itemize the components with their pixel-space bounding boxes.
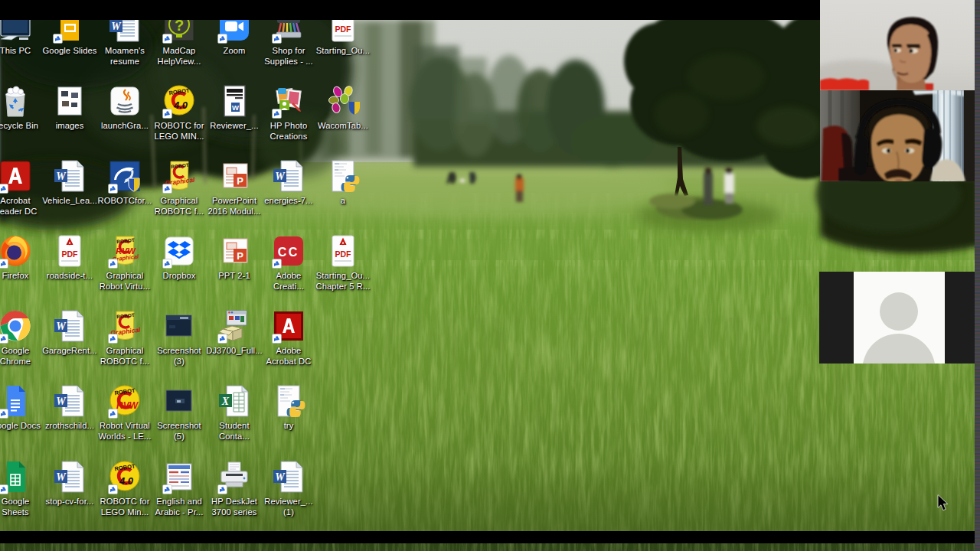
svg-text:W: W (111, 21, 122, 32)
svg-text:W: W (275, 471, 286, 483)
svg-text:4.0: 4.0 (119, 475, 134, 487)
svg-text:C: C (278, 246, 287, 259)
svg-text:W: W (56, 321, 67, 332)
svg-text:PDF: PDF (62, 249, 79, 259)
svg-text:X: X (221, 396, 230, 407)
svg-text:4.0: 4.0 (173, 99, 188, 111)
svg-text:C: C (289, 246, 298, 259)
svg-text:PDF: PDF (335, 249, 352, 259)
svg-text:W: W (275, 171, 286, 182)
svg-text:W: W (56, 396, 67, 407)
svg-text:W: W (56, 171, 67, 182)
svg-text:RVW: RVW (116, 400, 139, 411)
svg-text:W: W (56, 471, 67, 483)
svg-text:P: P (237, 175, 243, 187)
svg-text:P: P (237, 250, 243, 262)
svg-text:W: W (232, 103, 239, 112)
svg-text:PDF: PDF (335, 24, 352, 34)
